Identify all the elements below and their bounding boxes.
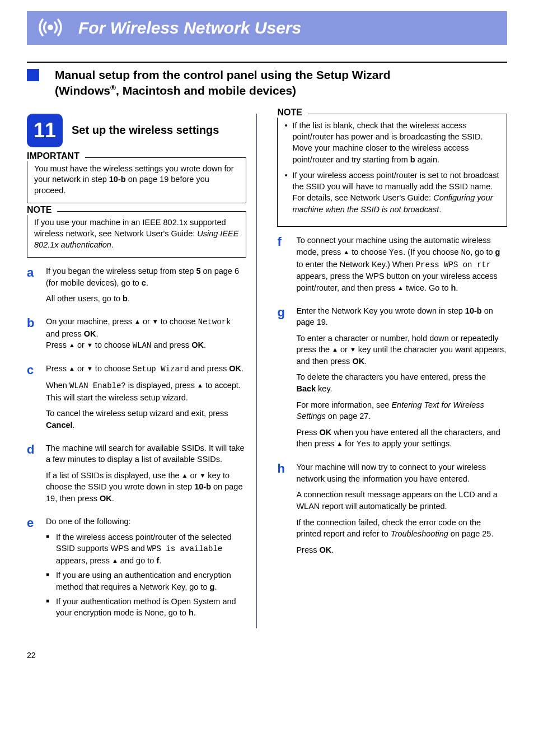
svg-point-0 — [48, 25, 53, 30]
step-e: e Do one of the following: If the wirele… — [27, 516, 246, 622]
section-title: Manual setup from the control panel usin… — [55, 67, 391, 99]
step-c: c Press ▲ or ▼ to choose Setup Wizard an… — [27, 363, 246, 435]
note-box-2: If the list is blank, check that the wir… — [277, 114, 507, 227]
step-number-badge: 11 — [27, 114, 63, 147]
note-label: NOTE — [27, 205, 57, 215]
wireless-icon — [34, 15, 67, 41]
step-d: d The machine will search for available … — [27, 442, 246, 509]
note-box-1: If you use your machine in an IEEE 802.1… — [27, 211, 246, 258]
important-label: IMPORTANT — [27, 151, 85, 161]
step-f: f To connect your machine using the auto… — [277, 235, 507, 298]
banner-title: For Wireless Network Users — [78, 18, 301, 38]
horizontal-rule — [27, 62, 507, 63]
step-g: g Enter the Network Key you wrote down i… — [277, 305, 507, 455]
page-banner: For Wireless Network Users — [27, 11, 507, 45]
step-a: a If you began the wireless setup from s… — [27, 265, 246, 309]
section-marker — [27, 69, 39, 81]
step-title: Set up the wireless settings — [72, 123, 219, 137]
step-b: b On your machine, press ▲ or ▼ to choos… — [27, 316, 246, 356]
note-label-2: NOTE — [277, 108, 307, 118]
step-h: h Your machine will now try to connect t… — [277, 461, 507, 560]
page-number: 22 — [27, 651, 507, 660]
important-box: You must have the wireless settings you … — [27, 157, 246, 204]
